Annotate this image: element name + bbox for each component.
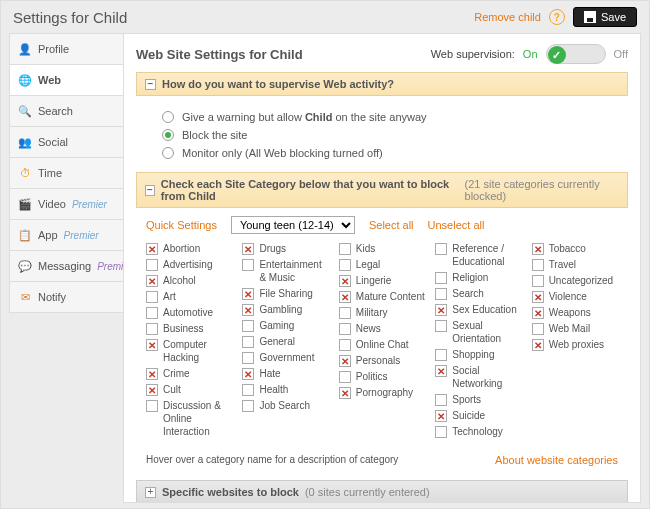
sidebar-item-video[interactable]: 🎬VideoPremier (9, 188, 124, 219)
sidebar-item-label: Social (38, 136, 68, 148)
category-art[interactable]: Art (146, 290, 232, 303)
category-reference-educational[interactable]: Reference / Educational (435, 242, 521, 268)
radio-label: Block the site (182, 129, 247, 141)
category-gaming[interactable]: Gaming (242, 319, 328, 332)
category-label: Mature Content (356, 290, 425, 303)
category-hate[interactable]: ✕Hate (242, 367, 328, 380)
sidebar-item-notify[interactable]: ✉Notify (9, 281, 124, 313)
section-block-header[interactable]: + Specific websites to block (0 sites cu… (136, 480, 628, 503)
category-general[interactable]: General (242, 335, 328, 348)
category-label: Travel (549, 258, 576, 271)
category-crime[interactable]: ✕Crime (146, 367, 232, 380)
category-sex-education[interactable]: ✕Sex Education (435, 303, 521, 316)
category-automotive[interactable]: Automotive (146, 306, 232, 319)
time-icon: ⏱ (18, 166, 32, 180)
category-label: Abortion (163, 242, 200, 255)
help-icon[interactable]: ? (549, 9, 565, 25)
category-drugs[interactable]: ✕Drugs (242, 242, 328, 255)
preset-select[interactable]: Young teen (12-14) (231, 216, 355, 234)
checkbox-icon: ✕ (435, 410, 447, 422)
checkbox-icon (146, 259, 158, 271)
category-shopping[interactable]: Shopping (435, 348, 521, 361)
category-uncategorized[interactable]: Uncategorized (532, 274, 618, 287)
checkbox-icon (339, 307, 351, 319)
category-label: Job Search (259, 399, 310, 412)
category-label: Pornography (356, 386, 413, 399)
supervise-option-0[interactable]: Give a warning but allow Child on the si… (162, 108, 618, 126)
category-gambling[interactable]: ✕Gambling (242, 303, 328, 316)
section-supervise-header[interactable]: − How do you want to supervise Web activ… (136, 72, 628, 96)
unselect-all-link[interactable]: Unselect all (428, 219, 485, 231)
category-legal[interactable]: Legal (339, 258, 425, 271)
category-news[interactable]: News (339, 322, 425, 335)
category-business[interactable]: Business (146, 322, 232, 335)
radio-label: Give a warning but allow Child on the si… (182, 111, 427, 123)
category-weapons[interactable]: ✕Weapons (532, 306, 618, 319)
category-technology[interactable]: Technology (435, 425, 521, 438)
section-categories-header[interactable]: − Check each Site Category below that yo… (136, 172, 628, 208)
save-button[interactable]: Save (573, 7, 637, 27)
category-pornography[interactable]: ✕Pornography (339, 386, 425, 399)
checkbox-icon (242, 259, 254, 271)
category-advertising[interactable]: Advertising (146, 258, 232, 271)
category-politics[interactable]: Politics (339, 370, 425, 383)
category-label: Government (259, 351, 314, 364)
checkbox-icon: ✕ (242, 368, 254, 380)
supervise-option-2[interactable]: Monitor only (All Web blocking turned of… (162, 144, 618, 162)
supervision-toggle[interactable]: ✓ (546, 44, 606, 64)
category-sports[interactable]: Sports (435, 393, 521, 406)
supervise-option-1[interactable]: Block the site (162, 126, 618, 144)
category-label: Cult (163, 383, 181, 396)
category-computer-hacking[interactable]: ✕Computer Hacking (146, 338, 232, 364)
select-all-link[interactable]: Select all (369, 219, 414, 231)
category-entertainment-music[interactable]: Entertainment & Music (242, 258, 328, 284)
category-alcohol[interactable]: ✕Alcohol (146, 274, 232, 287)
category-religion[interactable]: Religion (435, 271, 521, 284)
category-label: News (356, 322, 381, 335)
checkbox-icon (435, 349, 447, 361)
category-government[interactable]: Government (242, 351, 328, 364)
category-label: Social Networking (452, 364, 521, 390)
category-label: Legal (356, 258, 380, 271)
category-web-mail[interactable]: Web Mail (532, 322, 618, 335)
sidebar-item-profile[interactable]: 👤Profile (9, 33, 124, 64)
category-personals[interactable]: ✕Personals (339, 354, 425, 367)
category-job-search[interactable]: Job Search (242, 399, 328, 412)
category-social-networking[interactable]: ✕Social Networking (435, 364, 521, 390)
category-file-sharing[interactable]: ✕File Sharing (242, 287, 328, 300)
category-military[interactable]: Military (339, 306, 425, 319)
sidebar-item-web[interactable]: 🌐Web (9, 64, 124, 95)
category-travel[interactable]: Travel (532, 258, 618, 271)
category-abortion[interactable]: ✕Abortion (146, 242, 232, 255)
category-suicide[interactable]: ✕Suicide (435, 409, 521, 422)
category-sexual-orientation[interactable]: Sexual Orientation (435, 319, 521, 345)
collapse-icon: − (145, 185, 155, 196)
category-health[interactable]: Health (242, 383, 328, 396)
category-kids[interactable]: Kids (339, 242, 425, 255)
category-cult[interactable]: ✕Cult (146, 383, 232, 396)
remove-child-link[interactable]: Remove child (474, 11, 541, 23)
category-online-chat[interactable]: Online Chat (339, 338, 425, 351)
checkbox-icon: ✕ (242, 288, 254, 300)
about-categories-link[interactable]: About website categories (495, 454, 618, 466)
category-label: Religion (452, 271, 488, 284)
supervision-off-label: Off (614, 48, 628, 60)
category-label: Sex Education (452, 303, 517, 316)
category-mature-content[interactable]: ✕Mature Content (339, 290, 425, 303)
category-label: Web proxies (549, 338, 604, 351)
category-violence[interactable]: ✕Violence (532, 290, 618, 303)
checkbox-icon: ✕ (146, 243, 158, 255)
sidebar-item-messaging[interactable]: 💬MessagingPremier (9, 250, 124, 281)
sidebar-item-social[interactable]: 👥Social (9, 126, 124, 157)
sidebar-item-time[interactable]: ⏱Time (9, 157, 124, 188)
sidebar-item-search[interactable]: 🔍Search (9, 95, 124, 126)
category-label: Military (356, 306, 388, 319)
checkbox-icon (242, 400, 254, 412)
category-discussion-online-interaction[interactable]: Discussion & Online Interaction (146, 399, 232, 438)
category-tobacco[interactable]: ✕Tobacco (532, 242, 618, 255)
category-web-proxies[interactable]: ✕Web proxies (532, 338, 618, 351)
category-search[interactable]: Search (435, 287, 521, 300)
category-label: Technology (452, 425, 503, 438)
sidebar-item-app[interactable]: 📋AppPremier (9, 219, 124, 250)
category-lingerie[interactable]: ✕Lingerie (339, 274, 425, 287)
